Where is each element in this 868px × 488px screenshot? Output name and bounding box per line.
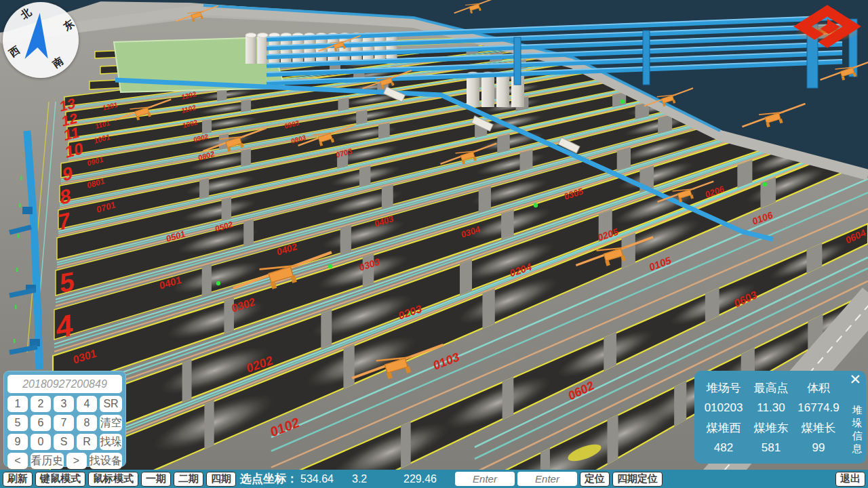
info-header: 煤堆西 [700, 418, 747, 439]
keypad-button-7[interactable]: 7 [54, 415, 74, 431]
info-value: 010203 [700, 399, 747, 418]
info-value: 99 [795, 439, 842, 458]
keypad-button-5[interactable]: 5 [7, 415, 28, 431]
keypad-button->[interactable]: > [66, 453, 87, 469]
coord-z: 229.46 [403, 473, 452, 485]
compass-arrow-icon [3, 2, 79, 78]
locate-button[interactable]: 定位 [580, 472, 610, 487]
keypad-button-6[interactable]: 6 [31, 415, 51, 431]
phase1-button[interactable]: 一期 [141, 472, 171, 487]
keypad-display[interactable] [7, 375, 122, 393]
phase4-button[interactable]: 四期 [206, 472, 236, 487]
keypad-button-SR[interactable]: SR [100, 396, 122, 412]
logo-icon [792, 4, 863, 49]
info-value: 581 [747, 439, 795, 458]
exit-button[interactable]: 退出 [835, 472, 865, 487]
row-number-label: 5 [60, 266, 74, 298]
refresh-button[interactable]: 刷新 [3, 472, 33, 487]
bottom-toolbar: 刷新 键鼠模式 鼠标模式 一期 二期 四期 选点坐标： 534.64 3.2 2… [0, 470, 868, 488]
keypad-button-0[interactable]: 0 [31, 434, 51, 450]
keypad-button-找垛[interactable]: 找垛 [100, 434, 122, 450]
phase2-button[interactable]: 二期 [174, 472, 203, 487]
keypad-button-9[interactable]: 9 [7, 434, 28, 450]
enter-input-1[interactable] [455, 472, 515, 486]
row-number-label: 9 [62, 162, 73, 185]
info-header: 体积 [795, 378, 842, 399]
info-value: 16774.9 [795, 399, 842, 418]
pile-info-panel: ✕ 堆场号 最高点 体积 010203 11.30 16774.9 煤堆西 煤堆… [694, 371, 866, 464]
keypad-panel: 1234SR5678清空90SR找垛<看历史>找设备 [3, 371, 126, 467]
info-header: 堆场号 [700, 378, 747, 399]
keypad-button-S[interactable]: S [54, 434, 74, 450]
coord-x: 534.64 [300, 473, 349, 485]
info-value: 11.30 [747, 399, 795, 418]
keypad-button-找设备[interactable]: 找设备 [90, 453, 123, 469]
keypad-button-看历史[interactable]: 看历史 [31, 453, 64, 469]
close-icon[interactable]: ✕ [849, 371, 861, 388]
phase4-locate-button[interactable]: 四期定位 [612, 472, 663, 487]
keypad-button-<[interactable]: < [7, 453, 28, 469]
keymouse-mode-button[interactable]: 键鼠模式 [35, 472, 85, 487]
info-header: 最高点 [747, 378, 795, 399]
keypad-button-2[interactable]: 2 [31, 396, 51, 412]
row-number-label: 8 [60, 184, 71, 209]
mouse-mode-button[interactable]: 鼠标模式 [88, 472, 138, 487]
coal-yard-3d-app: 1201120211021101100210010903090209010803… [0, 0, 868, 488]
info-header: 煤堆长 [795, 418, 842, 439]
keypad-button-清空[interactable]: 清空 [100, 415, 122, 431]
panel-vertical-title: 堆垛信息 [851, 403, 863, 455]
info-header: 煤堆东 [747, 418, 795, 439]
row-number-label: 4 [56, 308, 73, 346]
keypad-button-4[interactable]: 4 [77, 396, 97, 412]
picked-point-label: 选点坐标： [240, 471, 298, 487]
keypad-button-8[interactable]: 8 [77, 415, 97, 431]
info-value: 482 [700, 439, 747, 458]
keypad-button-1[interactable]: 1 [7, 396, 28, 412]
compass[interactable]: 北 东 西 南 [3, 2, 79, 78]
company-logo [792, 4, 863, 49]
keypad-button-R[interactable]: R [77, 434, 97, 450]
row-number-label: 7 [58, 207, 71, 235]
coord-y: 3.2 [352, 473, 401, 485]
keypad-button-3[interactable]: 3 [54, 396, 74, 412]
enter-input-2[interactable] [517, 472, 577, 486]
pile-info-table: 堆场号 最高点 体积 010203 11.30 16774.9 煤堆西 煤堆东 … [700, 378, 842, 458]
